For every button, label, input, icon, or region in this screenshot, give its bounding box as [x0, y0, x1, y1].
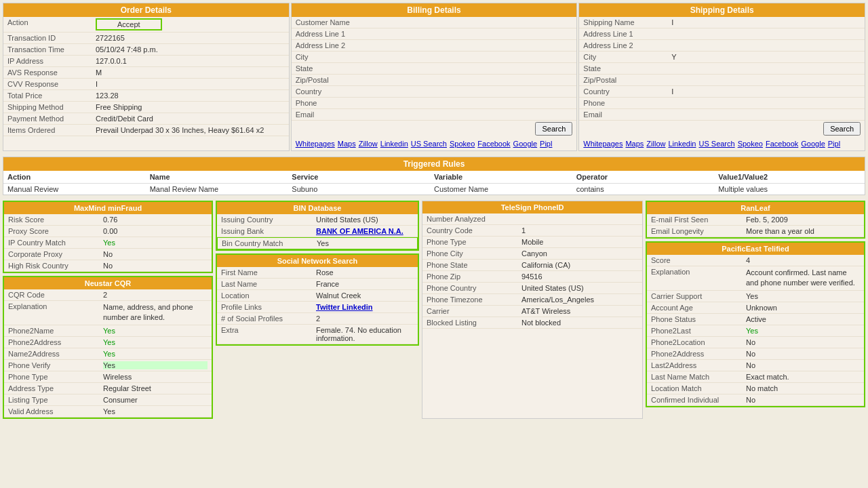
- telesign-timezone-value: America/Los_Angeles: [521, 296, 638, 304]
- pe-lastnamematch-row: Last Name Match Exact match.: [647, 371, 864, 383]
- social-links-row: Profile Links Twitter Linkedin: [217, 302, 418, 313]
- social-links-value[interactable]: Twitter Linkedin: [316, 303, 414, 311]
- billing-addr2-label: Address Line 2: [296, 41, 384, 49]
- neustar-addrtype-row: Address Type Regular Street: [4, 383, 212, 394]
- shipping-country-value: I: [671, 87, 861, 96]
- billing-addr2-value: [384, 41, 573, 49]
- shipping-zip-value: [671, 76, 861, 84]
- pe-l2addr-label: Last2Address: [651, 361, 746, 369]
- shipping-link-whitepages[interactable]: Whitepages: [583, 140, 623, 148]
- social-extra-label: Extra: [221, 326, 316, 342]
- social-location-row: Location Walnut Creek: [217, 290, 418, 302]
- maxmind-riskscore-label: Risk Score: [8, 216, 103, 224]
- billing-city-row: City: [292, 52, 577, 63]
- neustar-p2a-label: Phone2Address: [8, 338, 103, 346]
- order-txtime-row: Transaction Time 05/10/24 7:48 p.m.: [3, 44, 289, 56]
- bin-country-value: United States (US): [316, 216, 414, 224]
- billing-search-button[interactable]: Search: [535, 122, 572, 136]
- shipping-link-maps[interactable]: Maps: [625, 140, 644, 148]
- billing-link-google[interactable]: Google: [513, 140, 537, 148]
- billing-link-facebook[interactable]: Facebook: [477, 140, 510, 148]
- billing-link-pipl[interactable]: Pipl: [540, 140, 552, 148]
- neustar-phoneverify-value: Yes: [103, 361, 208, 369]
- billing-link-zillow[interactable]: Zillow: [359, 140, 378, 148]
- billing-email-value: [384, 110, 573, 119]
- shipping-country-row: Country I: [579, 86, 865, 98]
- billing-link-ussearch[interactable]: US Search: [411, 140, 447, 148]
- telesign-timezone-row: Phone Timezone America/Los_Angeles: [422, 294, 642, 306]
- shipping-link-zillow[interactable]: Zillow: [646, 140, 665, 148]
- pe-explanation-value: Account confirmed. Last name and phone n…: [746, 268, 860, 289]
- shipping-addr1-value: [671, 30, 861, 38]
- neustar-p2a-row: Phone2Address Yes: [4, 337, 212, 348]
- telesign-phonecountry-label: Phone Country: [427, 284, 521, 292]
- pe-l2addr-row: Last2Address No: [647, 360, 864, 371]
- billing-state-value: [384, 64, 573, 73]
- order-total-label: Total Price: [7, 92, 96, 100]
- pe-carrier-value: Yes: [746, 292, 860, 300]
- bin-country-match-label: Bin Country Match: [222, 239, 317, 247]
- pe-confirmed-label: Confirmed Individual: [651, 396, 746, 404]
- shipping-link-pipl[interactable]: Pipl: [828, 140, 840, 148]
- pe-p2addr-row: Phone2Address No: [647, 348, 864, 360]
- billing-link-linkedin[interactable]: Linkedin: [380, 140, 408, 148]
- triggered-cell-variable: Customer Name: [434, 185, 576, 193]
- order-items-value: Prevail Underpad 30 x 36 Inches, Heavy $…: [96, 126, 285, 134]
- neustar-phonetype-row: Phone Type Wireless: [4, 371, 212, 383]
- billing-link-whitepages[interactable]: Whitepages: [296, 140, 335, 148]
- neustar-phonetype-label: Phone Type: [8, 373, 103, 381]
- shipping-email-row: Email: [579, 109, 865, 121]
- maxmind-proxyscore-row: Proxy Score 0.00: [4, 226, 212, 237]
- action-highlight-box: Accept: [96, 18, 162, 30]
- social-location-label: Location: [221, 291, 316, 300]
- neustar-header: Neustar CQR: [4, 277, 212, 289]
- ranleaf-longevity-value: More than a year old: [746, 227, 860, 235]
- neustar-validaddr-value: Yes: [103, 407, 208, 415]
- triggered-col-service: Service: [292, 173, 434, 181]
- pe-carrier-label: Carrier Support: [651, 292, 746, 300]
- shipping-link-ussearch[interactable]: US Search: [698, 140, 734, 148]
- bin-bank-value[interactable]: BANK OF AMERICA N.A.: [316, 227, 414, 235]
- shipping-link-spokeo[interactable]: Spokeo: [738, 140, 763, 148]
- billing-link-maps[interactable]: Maps: [338, 140, 356, 148]
- telesign-phonecity-label: Phone City: [427, 249, 521, 258]
- shipping-link-google[interactable]: Google: [801, 140, 825, 148]
- neustar-p2a-value: Yes: [103, 338, 208, 346]
- neustar-phoneverify-label: Phone Verify: [8, 361, 103, 369]
- triggered-col-action: Action: [7, 173, 150, 181]
- shipping-link-facebook[interactable]: Facebook: [766, 140, 798, 148]
- pe-confirmed-row: Confirmed Individual No: [647, 394, 864, 406]
- shipping-addr1-row: Address Line 1: [579, 28, 865, 40]
- billing-link-spokeo[interactable]: Spokeo: [450, 140, 475, 148]
- billing-details-card: Billing Details Customer Name Address Li…: [291, 3, 578, 151]
- social-header: Social Network Search: [217, 255, 418, 267]
- shipping-state-label: State: [583, 64, 671, 73]
- social-card: Social Network Search First Name Rose La…: [216, 253, 419, 346]
- neustar-addrtype-value: Regular Street: [103, 384, 208, 392]
- neustar-p2n-value: Yes: [103, 327, 208, 335]
- telesign-countrycode-label: Country Code: [427, 226, 521, 235]
- social-firstname-value: Rose: [316, 268, 414, 277]
- social-lastname-row: Last Name France: [217, 279, 418, 290]
- telesign-phonetype-value: Mobile: [521, 238, 638, 246]
- neustar-n2a-label: Name2Address: [8, 350, 103, 358]
- shipping-link-linkedin[interactable]: Linkedin: [668, 140, 696, 148]
- telesign-carrier-value: AT&T Wireless: [521, 307, 638, 315]
- telesign-numanalyzed-label: Number Analyzed: [427, 215, 521, 223]
- bin-card: BIN Database Issuing Country United Stat…: [216, 201, 419, 251]
- maxmind-highrisk-value: No: [103, 262, 208, 270]
- shipping-city-row: City Y: [579, 52, 865, 63]
- pe-locationmatch-value: No match: [746, 384, 860, 392]
- billing-addr2-row: Address Line 2: [292, 40, 577, 52]
- shipping-search-button[interactable]: Search: [823, 122, 861, 136]
- billing-name-row: Customer Name: [292, 17, 577, 28]
- triggered-rules-columns: Action Name Service Variable Operator Va…: [3, 171, 865, 184]
- pe-p2addr-label: Phone2Address: [651, 350, 746, 358]
- shipping-phone-label: Phone: [583, 99, 671, 107]
- maxmind-riskscore-value: 0.76: [103, 216, 208, 224]
- order-payment-row: Payment Method Credit/Debit Card: [3, 113, 289, 125]
- shipping-links: Whitepages Maps Zillow Linkedin US Searc…: [579, 137, 865, 150]
- shipping-phone-value: [671, 99, 861, 107]
- billing-country-value: [384, 87, 573, 96]
- ranleaf-emailseen-value: Feb. 5, 2009: [746, 216, 860, 224]
